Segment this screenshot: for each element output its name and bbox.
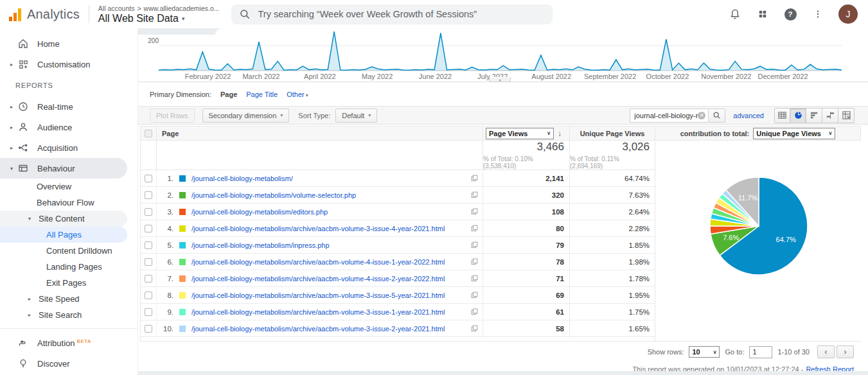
expand-icon[interactable]: ▸: [8, 125, 15, 130]
row-checkbox[interactable]: [145, 258, 152, 266]
open-in-new-icon[interactable]: [471, 241, 478, 249]
view-comparison-button[interactable]: [822, 108, 838, 123]
lightbulb-icon: [17, 357, 30, 370]
column-header-page[interactable]: Page: [157, 130, 483, 137]
page-link[interactable]: /journal-cell-biology-metabolism/archive…: [191, 292, 445, 299]
row-color-swatch: [179, 175, 186, 182]
sidebar-item-content-drilldown[interactable]: Content Drilldown: [0, 243, 137, 259]
advanced-filter-link[interactable]: advanced: [733, 112, 764, 119]
page-link[interactable]: /journal-cell-biology-metabolism/archive…: [191, 325, 445, 333]
global-search[interactable]: [231, 4, 553, 24]
property-selector[interactable]: All Web Site Data ▾: [98, 13, 220, 24]
page-link[interactable]: /journal-cell-biology-metabolism/archive…: [191, 225, 445, 232]
table-header-row: Page Page Views ∨ ↓ Unique Page Views co…: [141, 126, 860, 141]
collapse-icon[interactable]: ▾: [28, 216, 35, 222]
row-checkbox[interactable]: [145, 308, 152, 316]
page-link[interactable]: /journal-cell-biology-metabolism/inpress…: [191, 241, 330, 249]
open-in-new-icon[interactable]: [471, 275, 478, 282]
sidebar-item-all-pages[interactable]: All Pages: [0, 227, 127, 243]
apps-grid-icon[interactable]: [756, 7, 770, 21]
sidebar-item-site-content[interactable]: ▾ Site Content: [0, 211, 127, 227]
dimension-tab-page[interactable]: Page: [220, 91, 237, 98]
kebab-menu-icon[interactable]: [811, 7, 825, 21]
open-in-new-icon[interactable]: [471, 292, 478, 299]
secondary-dimension-button[interactable]: Secondary dimension▾: [202, 109, 290, 123]
expand-icon[interactable]: ▸: [8, 145, 15, 151]
row-checkbox[interactable]: [145, 225, 152, 232]
metric-select[interactable]: Page Views ∨: [486, 128, 554, 139]
sort-desc-icon[interactable]: ↓: [558, 129, 562, 138]
page-link[interactable]: /journal-cell-biology-metabolism/archive…: [191, 308, 445, 316]
sidebar-item-landing-pages[interactable]: Landing Pages: [0, 259, 137, 275]
sidebar-item-realtime[interactable]: ▸ Real-time: [0, 96, 137, 117]
analytics-logo-icon[interactable]: [9, 7, 21, 21]
sidebar-item-exit-pages[interactable]: Exit Pages: [0, 275, 137, 291]
sidebar-item-audience[interactable]: ▸ Audience: [0, 117, 137, 137]
expand-icon[interactable]: ▸: [8, 62, 15, 67]
view-percentage-button[interactable]: [790, 108, 806, 123]
next-page-button[interactable]: ›: [837, 345, 854, 358]
notifications-bell-icon[interactable]: [728, 7, 742, 21]
row-checkbox[interactable]: [145, 175, 152, 182]
table-rows: 1. /journal-cell-biology-metabolism/ 2,1…: [141, 170, 655, 337]
open-in-new-icon[interactable]: [471, 225, 478, 232]
page-link[interactable]: /journal-cell-biology-metabolism/: [191, 175, 293, 182]
open-in-new-icon[interactable]: [471, 175, 478, 182]
sidebar-item-acquisition[interactable]: ▸ Acquisition: [0, 137, 137, 158]
breadcrumb-account[interactable]: All accounts: [98, 4, 135, 12]
page-link[interactable]: /journal-cell-biology-metabolism/archive…: [191, 258, 445, 266]
select-all-checkbox[interactable]: [145, 130, 152, 137]
sidebar-item-behaviour[interactable]: ▾ Behaviour: [0, 158, 127, 179]
sidebar-item-overview[interactable]: Overview: [0, 179, 137, 195]
row-checkbox[interactable]: [145, 208, 152, 216]
apply-filter-button[interactable]: [708, 109, 725, 123]
table-filter: ✕: [630, 109, 705, 123]
row-checkbox[interactable]: [145, 191, 152, 199]
show-rows-select[interactable]: 10 ∨: [689, 346, 720, 358]
page-link[interactable]: /journal-cell-biology-metabolism/archive…: [191, 275, 445, 283]
expand-icon[interactable]: ▸: [28, 296, 35, 302]
column-header-unique-page-views[interactable]: Unique Page Views: [569, 126, 655, 140]
view-performance-button[interactable]: [806, 108, 822, 123]
sidebar-item-customisation[interactable]: ▸ Customisation: [0, 54, 137, 74]
clear-filter-icon[interactable]: ✕: [698, 112, 705, 119]
row-checkbox[interactable]: [145, 275, 152, 283]
open-in-new-icon[interactable]: [471, 258, 478, 265]
dimension-tab-other[interactable]: Other▾: [287, 91, 308, 98]
page-link[interactable]: /journal-cell-biology-metabolism/editors…: [191, 208, 328, 216]
avatar[interactable]: J: [838, 4, 858, 24]
sidebar-item-site-search[interactable]: ▸ Site Search: [0, 307, 137, 323]
help-icon[interactable]: ?: [783, 7, 797, 21]
row-checkbox[interactable]: [145, 325, 152, 333]
open-in-new-icon[interactable]: [471, 208, 478, 215]
account-switcher[interactable]: All accounts > www.alliedacademies.o... …: [98, 4, 220, 24]
chart-collapse-handle[interactable]: ▾: [489, 77, 511, 82]
view-table-button[interactable]: [774, 108, 790, 123]
contribution-metric-select[interactable]: Unique Page Views ∨: [753, 128, 835, 139]
breadcrumb-site[interactable]: www.alliedacademies.o...: [144, 4, 220, 12]
chevron-down-icon: ▾: [306, 92, 308, 98]
goto-page-input[interactable]: [749, 346, 772, 358]
sort-type-button[interactable]: Default▾: [335, 109, 377, 123]
open-in-new-icon[interactable]: [471, 191, 478, 198]
expand-icon[interactable]: ▸: [8, 104, 15, 110]
row-checkbox[interactable]: [145, 292, 152, 299]
sidebar-item-discover[interactable]: Discover: [0, 353, 137, 374]
sidebar-item-behaviour-flow[interactable]: Behaviour Flow: [0, 195, 137, 211]
contribution-pie-chart[interactable]: 64.7%7.6%11.7%: [655, 141, 862, 338]
dimension-tab-page-title[interactable]: Page Title: [246, 91, 278, 98]
row-checkbox[interactable]: [145, 241, 152, 249]
open-in-new-icon[interactable]: [471, 308, 478, 315]
prev-page-button[interactable]: ‹: [817, 345, 835, 358]
search-input[interactable]: [258, 9, 545, 19]
filter-input[interactable]: [630, 109, 708, 123]
page-link[interactable]: /journal-cell-biology-metabolism/volume-…: [191, 191, 356, 199]
sidebar-item-home[interactable]: Home: [0, 33, 137, 54]
collapse-icon[interactable]: ▾: [8, 166, 15, 171]
plot-rows-button[interactable]: Plot Rows: [150, 109, 195, 123]
sidebar-item-site-speed[interactable]: ▸ Site Speed: [0, 291, 137, 307]
sidebar-item-attribution[interactable]: AttributionBETA: [0, 333, 137, 353]
open-in-new-icon[interactable]: [471, 325, 478, 332]
view-pivot-button[interactable]: [838, 108, 855, 123]
expand-icon[interactable]: ▸: [28, 312, 35, 318]
